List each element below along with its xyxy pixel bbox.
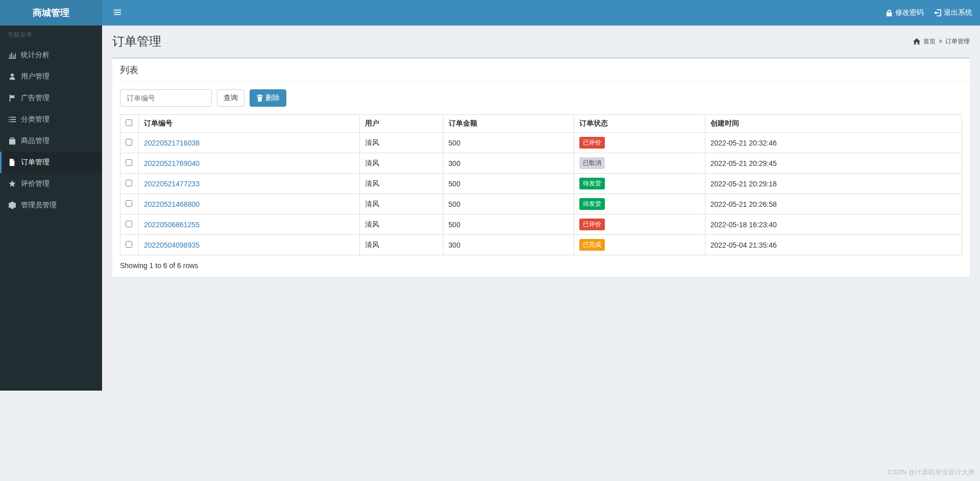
breadcrumb-current: 订单管理 (945, 37, 970, 46)
list-panel: 列表 查询 删除 (112, 57, 970, 277)
nav-heading: 导航菜单 (0, 26, 102, 44)
cell-amount: 300 (443, 235, 574, 255)
query-button[interactable]: 查询 (217, 89, 244, 107)
cell-amount: 500 (443, 214, 574, 235)
sidebar-item-label: 分类管理 (21, 115, 50, 124)
status-badge: 已取消 (579, 157, 605, 169)
row-checkbox[interactable] (126, 200, 132, 207)
logout-link[interactable]: 退出系统 (934, 8, 972, 17)
row-checkbox[interactable] (126, 159, 132, 166)
sidebar-item-0[interactable]: 统计分析 (0, 44, 102, 66)
status-badge: 待发货 (579, 178, 605, 189)
user-icon (8, 73, 17, 80)
sidebar-item-3[interactable]: 分类管理 (0, 109, 102, 130)
signout-icon (934, 9, 941, 16)
order-no-link[interactable]: 20220521468800 (144, 200, 200, 208)
cell-created: 2022-05-21 20:29:18 (705, 174, 962, 194)
list-icon (8, 116, 17, 123)
col-amount[interactable]: 订单金额 (443, 115, 574, 133)
order-no-link[interactable]: 20220504098935 (144, 241, 200, 249)
sidebar-item-label: 统计分析 (21, 51, 50, 60)
breadcrumb-home[interactable]: 首页 (923, 37, 936, 46)
delete-button[interactable]: 删除 (250, 89, 286, 107)
cell-user: 清风 (360, 133, 443, 153)
trash-icon (256, 94, 263, 102)
chart-bar-icon (8, 52, 17, 59)
order-no-link[interactable]: 20220521477233 (144, 180, 200, 188)
menu-icon (114, 9, 121, 16)
cell-created: 2022-05-21 20:32:46 (705, 133, 962, 153)
table-row: 20220506861255 清风 500 已评价 2022-05-18 16:… (120, 214, 962, 235)
bag-icon (8, 137, 17, 145)
col-user[interactable]: 用户 (360, 115, 443, 133)
cell-amount: 300 (443, 153, 574, 174)
order-table: 订单编号 用户 订单金额 订单状态 创建时间 20220521716038 清风… (120, 114, 962, 255)
cell-amount: 500 (443, 133, 574, 153)
cell-amount: 500 (443, 174, 574, 194)
sidebar-item-1[interactable]: 用户管理 (0, 66, 102, 87)
table-row: 20220521468800 清风 500 待发货 2022-05-21 20:… (120, 194, 962, 214)
row-checkbox[interactable] (126, 221, 132, 227)
cell-created: 2022-05-18 16:23:40 (705, 214, 962, 235)
cell-user: 清风 (360, 214, 443, 235)
flag-icon (8, 94, 17, 102)
sidebar-item-label: 评价管理 (21, 179, 50, 188)
col-status[interactable]: 订单状态 (574, 115, 705, 133)
select-all-checkbox[interactable] (126, 119, 132, 126)
cell-amount: 500 (443, 194, 574, 214)
lock-icon (886, 9, 893, 16)
gear-icon (8, 202, 17, 209)
logout-label: 退出系统 (944, 8, 972, 17)
cell-created: 2022-05-04 21:35:46 (705, 235, 962, 255)
breadcrumb: 首页 > 订单管理 (913, 37, 970, 46)
table-row: 20220521769040 清风 300 已取消 2022-05-21 20:… (120, 153, 962, 174)
sidebar-item-4[interactable]: 商品管理 (0, 130, 102, 152)
status-badge: 已完成 (579, 239, 605, 251)
sidebar-item-label: 用户管理 (21, 72, 50, 81)
cell-created: 2022-05-21 20:26:58 (705, 194, 962, 214)
sidebar-item-label: 订单管理 (21, 158, 50, 167)
home-icon (913, 38, 920, 45)
change-password-link[interactable]: 修改密码 (886, 8, 924, 17)
sidebar: 商城管理 导航菜单 统计分析用户管理广告管理分类管理商品管理订单管理评价管理管理… (0, 0, 102, 391)
topbar: 修改密码 退出系统 (102, 0, 980, 26)
query-label: 查询 (224, 93, 238, 103)
sidebar-item-6[interactable]: 评价管理 (0, 173, 102, 195)
brand-title: 商城管理 (0, 0, 102, 26)
status-badge: 已评价 (579, 219, 605, 230)
change-password-label: 修改密码 (895, 8, 924, 17)
status-badge: 待发货 (579, 198, 605, 210)
sidebar-item-5[interactable]: 订单管理 (0, 152, 102, 173)
panel-title: 列表 (112, 59, 970, 82)
sidebar-item-7[interactable]: 管理员管理 (0, 195, 102, 216)
cell-user: 清风 (360, 194, 443, 214)
sidebar-item-label: 商品管理 (21, 136, 50, 146)
table-row: 20220521477233 清风 500 待发货 2022-05-21 20:… (120, 174, 962, 194)
status-badge: 已评价 (579, 137, 605, 149)
nav-list: 统计分析用户管理广告管理分类管理商品管理订单管理评价管理管理员管理 (0, 44, 102, 216)
delete-label: 删除 (265, 93, 280, 103)
order-no-link[interactable]: 20220521716038 (144, 139, 200, 147)
sidebar-item-label: 管理员管理 (21, 201, 57, 210)
table-row: 20220504098935 清风 300 已完成 2022-05-04 21:… (120, 235, 962, 255)
cell-created: 2022-05-21 20:29:45 (705, 153, 962, 174)
col-created[interactable]: 创建时间 (705, 115, 962, 133)
search-input[interactable] (120, 89, 212, 107)
star-icon (8, 180, 17, 187)
menu-toggle-button[interactable] (110, 5, 125, 21)
cell-user: 清风 (360, 153, 443, 174)
order-no-link[interactable]: 20220506861255 (144, 221, 200, 229)
row-checkbox[interactable] (126, 180, 132, 186)
order-no-link[interactable]: 20220521769040 (144, 159, 200, 167)
file-icon (8, 159, 17, 166)
sidebar-item-label: 广告管理 (21, 93, 50, 103)
col-order-no[interactable]: 订单编号 (139, 115, 360, 133)
pagination-info: Showing 1 to 6 of 6 rows (120, 261, 962, 270)
page-title: 订单管理 (112, 33, 161, 50)
row-checkbox[interactable] (126, 241, 132, 248)
sidebar-item-2[interactable]: 广告管理 (0, 87, 102, 109)
row-checkbox[interactable] (126, 139, 132, 146)
cell-user: 清风 (360, 235, 443, 255)
table-row: 20220521716038 清风 500 已评价 2022-05-21 20:… (120, 133, 962, 153)
cell-user: 清风 (360, 174, 443, 194)
